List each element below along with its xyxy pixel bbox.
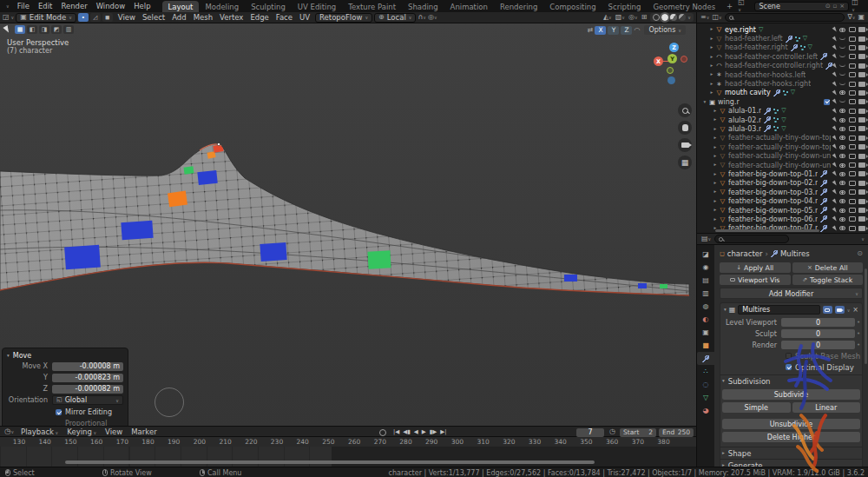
breadcrumb-object[interactable]: character <box>727 249 763 258</box>
camera-view-button[interactable] <box>678 138 692 152</box>
delete-higher-button[interactable]: Delete Higher <box>722 432 860 442</box>
eye-open-icon[interactable] <box>839 163 845 168</box>
proportional-edit-icon[interactable]: ◎∨ <box>428 14 437 21</box>
disable-render-toggle[interactable] <box>858 109 865 114</box>
expand-icon[interactable]: ▸ <box>708 90 715 96</box>
tab-geometry-nodes[interactable]: Geometry Nodes <box>647 1 721 12</box>
orientation-dropdown[interactable]: ⊕ Local ∨ <box>374 13 416 23</box>
expand-icon[interactable]: ▸ <box>708 27 715 32</box>
scene-selector[interactable]: Scene ⊙ ▫ × <box>754 2 849 11</box>
play-button[interactable]: ▶ <box>422 429 426 435</box>
disable-render-toggle[interactable] <box>858 54 865 59</box>
ortho-toggle-button[interactable]: ▦ <box>678 156 692 169</box>
display-mode-icon[interactable]: ◫∨ <box>712 14 721 21</box>
disable-render-toggle[interactable] <box>858 72 865 77</box>
disable-viewport-toggle[interactable] <box>849 82 856 87</box>
menu-face[interactable]: Face <box>273 13 296 22</box>
expand-icon[interactable]: ▸ <box>708 45 715 50</box>
close-icon[interactable]: × <box>852 307 858 314</box>
properties-scrollbar[interactable] <box>865 268 867 364</box>
properties-options-icon[interactable]: ∨ <box>861 236 865 242</box>
disable-viewport-toggle[interactable] <box>849 144 856 149</box>
selectable-toggle[interactable] <box>832 63 838 69</box>
expand-icon[interactable]: ▸ <box>712 154 719 159</box>
move-operator-panel[interactable]: ▾ Move Move X-0.00008 m Y-0.000823 m Z-0… <box>2 348 128 426</box>
viewport-3d[interactable]: ▦ ◧ ◨ ◩ ▥ User Perspective (7) character… <box>0 23 696 426</box>
disable-viewport-toggle[interactable] <box>849 136 856 141</box>
options-dropdown[interactable]: Options ∨ <box>644 25 686 35</box>
expand-icon[interactable]: ▸ <box>712 145 719 150</box>
new-scene-icon[interactable]: ▫ <box>833 3 838 10</box>
mirror-editing-checkbox[interactable] <box>56 409 62 415</box>
outliner-item[interactable]: ▾▣wing.r <box>697 97 868 106</box>
tab-scripting[interactable]: Scripting <box>602 1 648 12</box>
face-select-button[interactable]: ◼ <box>102 13 113 22</box>
eye-closed-icon[interactable] <box>839 72 845 76</box>
outliner-search-input[interactable] <box>725 13 845 22</box>
eye-closed-icon[interactable] <box>839 63 845 67</box>
tab-view-layer[interactable]: ▥ <box>697 287 714 300</box>
viewport-vis-button[interactable]: Viewport Vis <box>720 275 791 285</box>
next-keyframe-button[interactable]: ▮▶ <box>430 429 437 435</box>
sculpt-base-mesh-checkbox[interactable] <box>786 353 792 359</box>
disable-viewport-toggle[interactable] <box>849 54 856 59</box>
modifier-name-field[interactable]: Multires <box>738 305 819 315</box>
tab-compositing[interactable]: Compositing <box>543 1 602 12</box>
menu-edit[interactable]: Edit <box>34 2 56 10</box>
expand-icon[interactable]: ▸ <box>712 199 719 204</box>
tab-world[interactable]: ◐ <box>697 313 714 326</box>
selectable-toggle[interactable] <box>832 153 838 159</box>
tab-material[interactable]: ◕ <box>697 404 714 417</box>
disable-render-toggle[interactable] <box>858 90 865 96</box>
optimal-display-checkbox[interactable] <box>786 364 792 370</box>
gizmo-z-neg[interactable] <box>667 76 675 84</box>
eye-closed-icon[interactable] <box>839 36 845 40</box>
mode-transfer-button-3[interactable]: ◩ <box>51 25 62 34</box>
gizmo-y-axis[interactable]: Y <box>667 54 677 63</box>
retopoflow-menu[interactable]: RetopoFlow ∨ <box>315 13 372 23</box>
selectable-toggle[interactable] <box>832 44 838 50</box>
expand-icon[interactable]: ▸ <box>708 72 715 77</box>
select-box-button[interactable]: ▦ <box>15 25 25 34</box>
selectable-toggle[interactable] <box>832 162 838 168</box>
eye-closed-icon[interactable] <box>839 82 845 85</box>
outliner-item[interactable]: ▸▽alula-02.r▽ <box>697 116 868 124</box>
play-reverse-button[interactable]: ◀ <box>414 429 418 435</box>
disable-render-toggle[interactable] <box>858 144 865 149</box>
expand-icon[interactable]: ▸ <box>708 82 715 87</box>
disable-render-toggle[interactable] <box>858 171 865 176</box>
menu-file[interactable]: File <box>13 2 34 10</box>
menu-view[interactable]: View <box>115 13 139 22</box>
disable-viewport-toggle[interactable] <box>849 36 856 42</box>
disable-render-toggle[interactable] <box>858 189 865 195</box>
menu-vertex[interactable]: Vertex <box>216 13 247 22</box>
shape-section[interactable]: ▸Shape <box>720 447 862 459</box>
eye-open-icon[interactable] <box>839 127 845 131</box>
subdivision-section-header[interactable]: ▾ Subdivision <box>720 374 862 387</box>
outliner-item[interactable]: ▸◠head-feather-controller.right <box>697 62 868 70</box>
mirror-x-button[interactable]: X <box>595 26 606 35</box>
breadcrumb-modifier[interactable]: Multires <box>780 249 810 258</box>
tab-particles[interactable]: ∴ <box>697 365 714 378</box>
filter-funnel-icon[interactable]: ∇∨ <box>847 14 855 21</box>
current-frame-field[interactable]: 7 <box>576 428 604 437</box>
mode-transfer-button-2[interactable]: ◨ <box>39 25 49 34</box>
add-workspace-button[interactable]: + <box>721 2 738 10</box>
expand-icon[interactable]: ▸ <box>712 136 719 141</box>
eye-open-icon[interactable] <box>839 199 845 203</box>
disable-render-toggle[interactable] <box>858 136 865 141</box>
eye-open-icon[interactable] <box>839 181 845 185</box>
menu-keying[interactable]: Keying ∨ <box>63 427 100 436</box>
menu-edge[interactable]: Edge <box>247 13 272 22</box>
tab-shading[interactable]: Shading <box>402 1 444 12</box>
gizmo-y-neg[interactable] <box>667 67 674 74</box>
disable-viewport-toggle[interactable] <box>849 126 856 131</box>
tab-collection[interactable]: ▣ <box>697 326 714 339</box>
apply-all-button[interactable]: ↓Apply All <box>720 262 791 273</box>
expand-icon[interactable]: ▸ <box>712 127 719 132</box>
tab-modifiers[interactable] <box>697 352 714 365</box>
selectable-toggle[interactable] <box>832 54 838 60</box>
disable-viewport-toggle[interactable] <box>849 216 856 222</box>
disable-render-toggle[interactable] <box>858 216 865 222</box>
outliner-item[interactable]: ▸▽alula-03.r▽ <box>697 124 868 133</box>
